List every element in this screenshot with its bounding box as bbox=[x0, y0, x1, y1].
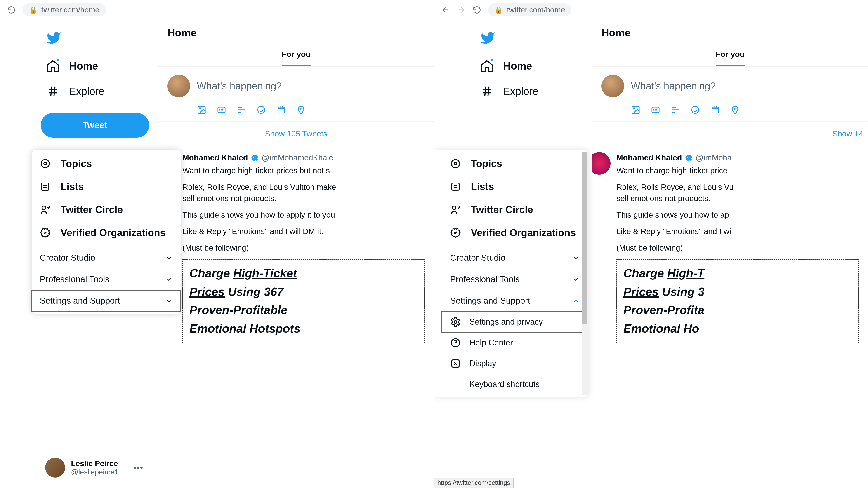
avatar bbox=[45, 458, 65, 478]
tweet-author: Mohamed Khaled bbox=[616, 152, 682, 164]
location-icon[interactable] bbox=[296, 105, 306, 115]
nav-explore[interactable]: Explore bbox=[41, 78, 151, 104]
chevron-down-icon bbox=[572, 254, 580, 262]
chevron-down-icon bbox=[572, 275, 580, 283]
svg-point-20 bbox=[692, 106, 699, 113]
nav-home[interactable]: Home bbox=[475, 53, 585, 78]
url-text: twitter.com/home bbox=[507, 5, 565, 14]
menu-settings-support[interactable]: Settings and Support bbox=[442, 290, 588, 312]
tweet-author: Mohamed Khaled bbox=[182, 152, 248, 164]
profile-name: Leslie Peirce bbox=[71, 459, 119, 468]
profile-handle: @lesliepeirce1 bbox=[71, 468, 119, 476]
location-icon[interactable] bbox=[730, 105, 740, 115]
lock-icon: 🔒 bbox=[29, 6, 37, 14]
emoji-icon[interactable] bbox=[690, 105, 700, 115]
home-icon bbox=[480, 60, 493, 72]
menu-professional-tools[interactable]: Professional Tools bbox=[442, 269, 588, 290]
list-icon bbox=[450, 181, 461, 192]
svg-point-0 bbox=[41, 160, 49, 168]
avatar bbox=[592, 152, 611, 175]
keyboard-icon bbox=[450, 379, 461, 390]
gif-icon[interactable] bbox=[217, 105, 226, 115]
tweet-button[interactable]: Tweet bbox=[41, 113, 149, 138]
svg-point-18 bbox=[633, 107, 634, 109]
nav-explore[interactable]: Explore bbox=[475, 78, 585, 104]
timeline: Home For you What's happening? Show 14 bbox=[592, 20, 868, 488]
nav-explore-label: Explore bbox=[69, 85, 104, 97]
twitter-logo[interactable] bbox=[475, 24, 585, 53]
tab-for-you[interactable]: For you bbox=[273, 43, 320, 66]
tweet[interactable]: Mohamed Khaled @imMohamedKhale Want to c… bbox=[158, 146, 434, 349]
twitter-logo[interactable] bbox=[41, 24, 151, 53]
poll-icon[interactable] bbox=[237, 105, 246, 115]
notification-dot-icon bbox=[56, 58, 60, 62]
circle-icon bbox=[450, 204, 461, 215]
forward-icon bbox=[457, 5, 466, 14]
reload-icon[interactable] bbox=[472, 5, 482, 14]
menu-settings-support[interactable]: Settings and Support bbox=[32, 290, 181, 312]
menu-topics[interactable]: Topics bbox=[32, 152, 181, 175]
compose-box[interactable]: What's happening? bbox=[158, 67, 434, 102]
image-icon[interactable] bbox=[197, 105, 206, 115]
svg-point-5 bbox=[199, 107, 200, 109]
menu-help-center[interactable]: Help Center bbox=[442, 332, 588, 353]
avatar bbox=[601, 75, 624, 97]
url-text: twitter.com/home bbox=[41, 5, 99, 14]
menu-lists[interactable]: Lists bbox=[32, 175, 181, 198]
status-bar: https://twitter.com/settings bbox=[434, 478, 514, 488]
svg-point-7 bbox=[258, 106, 265, 113]
menu-keyboard-shortcuts[interactable]: Keyboard shortcuts bbox=[442, 374, 588, 395]
menu-topics[interactable]: Topics bbox=[442, 152, 588, 175]
left-pane: 🔒 twitter.com/home Home Explore Twe bbox=[0, 0, 434, 488]
menu-display[interactable]: Display bbox=[442, 353, 588, 374]
menu-verified[interactable]: Verified Organizations bbox=[32, 221, 181, 244]
menu-creator-studio[interactable]: Creator Studio bbox=[32, 247, 181, 269]
chevron-down-icon bbox=[165, 254, 173, 262]
menu-creator-studio[interactable]: Creator Studio bbox=[442, 247, 588, 269]
poll-icon[interactable] bbox=[671, 105, 680, 115]
menu-circle[interactable]: Twitter Circle bbox=[442, 198, 588, 221]
svg-rect-8 bbox=[278, 107, 284, 113]
topics-icon bbox=[40, 158, 51, 169]
nav-home[interactable]: Home bbox=[41, 53, 151, 78]
emoji-icon[interactable] bbox=[256, 105, 266, 115]
timeline: Home For you What's happening? Show 105 … bbox=[158, 20, 434, 488]
page-title: Home bbox=[592, 20, 868, 43]
schedule-icon[interactable] bbox=[276, 105, 286, 115]
compose-box[interactable]: What's happening? bbox=[592, 67, 868, 102]
compose-placeholder: What's happening? bbox=[631, 80, 716, 92]
svg-point-11 bbox=[454, 162, 457, 165]
svg-point-9 bbox=[300, 108, 302, 110]
more-icon: ••• bbox=[133, 463, 143, 473]
reload-icon[interactable] bbox=[7, 5, 16, 14]
circle-icon bbox=[40, 204, 51, 215]
verified-icon bbox=[450, 227, 461, 238]
gear-icon bbox=[450, 317, 461, 327]
menu-circle[interactable]: Twitter Circle bbox=[32, 198, 181, 221]
tab-for-you[interactable]: For you bbox=[707, 43, 754, 66]
menu-lists[interactable]: Lists bbox=[442, 175, 588, 198]
gif-icon[interactable] bbox=[651, 105, 660, 115]
menu-settings-privacy[interactable]: Settings and privacy bbox=[442, 312, 588, 332]
tweet[interactable]: Mohamed Khaled @imMoha Want to charge hi… bbox=[592, 146, 868, 349]
schedule-icon[interactable] bbox=[710, 105, 720, 115]
lock-icon: 🔒 bbox=[495, 6, 503, 14]
nav-explore-label: Explore bbox=[503, 85, 538, 97]
image-icon[interactable] bbox=[631, 105, 640, 115]
back-icon[interactable] bbox=[441, 5, 450, 14]
show-new-tweets[interactable]: Show 14 bbox=[592, 122, 868, 146]
tweet-handle: @imMoha bbox=[695, 152, 732, 164]
url-bar[interactable]: 🔒 twitter.com/home bbox=[488, 3, 571, 17]
menu-professional-tools[interactable]: Professional Tools bbox=[32, 269, 181, 290]
show-new-tweets[interactable]: Show 105 Tweets bbox=[158, 122, 434, 146]
url-bar[interactable]: 🔒 twitter.com/home bbox=[23, 3, 106, 17]
hash-icon bbox=[480, 85, 493, 98]
svg-point-14 bbox=[454, 321, 457, 323]
scrollbar[interactable] bbox=[582, 152, 588, 395]
nav-home-label: Home bbox=[503, 60, 532, 72]
menu-verified[interactable]: Verified Organizations bbox=[442, 221, 588, 244]
home-icon bbox=[46, 60, 59, 72]
svg-point-22 bbox=[734, 108, 736, 110]
svg-point-1 bbox=[44, 162, 46, 165]
account-switcher[interactable]: Leslie Peirce @lesliepeirce1 ••• bbox=[41, 454, 151, 481]
